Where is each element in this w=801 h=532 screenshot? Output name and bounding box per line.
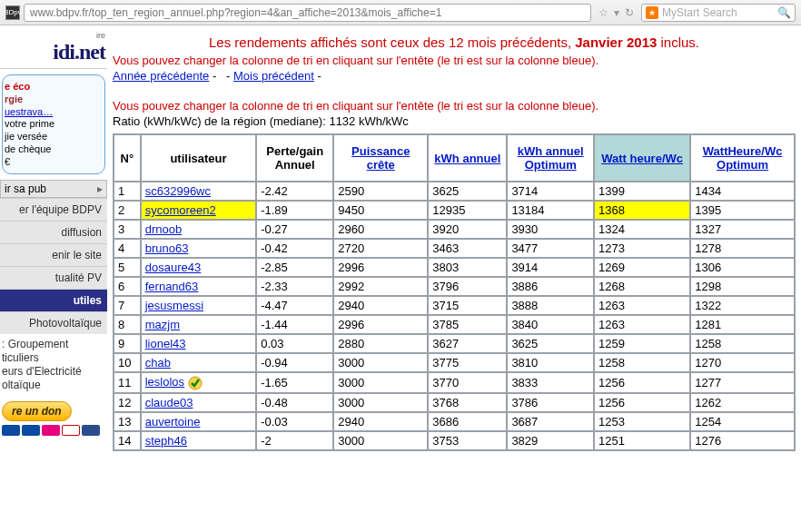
user-link[interactable]: jesusmessi [145,299,203,312]
table-header-row: N° utilisateur Perte/gain Annuel Puissan… [114,134,795,182]
th-kwho[interactable]: kWh annuel Optimum [507,134,594,182]
cell-perte: -0.48 [256,393,333,412]
donate-button[interactable]: re un don [2,401,72,421]
cell-pc: 2940 [333,412,428,431]
promo-line-2: votre prime [5,118,99,131]
sidebar-item-2[interactable]: enir le site [0,243,107,266]
cell-kwho: 3477 [507,239,594,258]
cell-kwh: 3770 [428,372,507,393]
cell-kwho: 3833 [507,372,594,393]
cell-wh: 1269 [594,258,690,277]
user-link[interactable]: chab [145,356,171,369]
promo-more-link[interactable]: uestrava… [5,106,53,117]
cell-who: 1395 [690,201,795,220]
cell-rank: 3 [114,220,141,239]
cell-wh: 1256 [594,393,690,412]
promo-line-4: de chèque [5,143,99,156]
cell-rank: 10 [114,353,141,372]
sidebar-item-0[interactable]: er l'équipe BDPV [0,198,107,221]
cell-kwh: 3753 [428,431,507,450]
cell-pc: 2720 [333,239,428,258]
table-row: 5dosaure43 -2.8529963803391412691306 [114,258,795,277]
user-link[interactable]: mazjm [145,318,180,331]
th-pc[interactable]: Puissance crête [333,134,428,182]
cell-kwh: 12935 [428,201,507,220]
table-row: 10chab -0.9430003775381012581270 [114,353,795,372]
cell-pc: 3000 [333,372,428,393]
table-row: 6fernand63 -2.3329923796388612681298 [114,277,795,296]
cell-user: jesusmessi [141,296,256,315]
th-wh-sorted[interactable]: Watt heure/Wc [594,134,690,182]
table-row: 2sycomoreen2 -1.899450129351318413681395 [114,201,795,220]
user-link[interactable]: auvertoine [145,415,201,429]
prev-year-link[interactable]: Année précédente [113,69,209,83]
th-perte: Perte/gain Annuel [256,134,333,182]
browser-toolbar: BDpv www.bdpv.fr/top_ten_region_annuel.p… [0,0,801,25]
search-box[interactable]: ★ MyStart Search 🔍 [641,4,796,22]
user-link[interactable]: fernand63 [145,280,199,293]
cell-user: leslolos [141,372,256,393]
cell-kwh: 3715 [428,296,507,315]
user-link[interactable]: lionel43 [145,337,186,350]
table-row: 13auvertoine -0.0329403686368712531254 [114,412,795,431]
user-link[interactable]: steph46 [145,434,187,448]
headline: Les rendements affichés sont ceux des 12… [113,34,796,50]
cell-kwh: 3625 [428,182,507,201]
th-kwh[interactable]: kWh annuel [428,134,507,182]
sidebar-item-5[interactable]: Photovoltaïque [0,311,107,334]
cell-perte: -1.89 [256,201,333,220]
cell-pc: 3000 [333,353,428,372]
cell-rank: 1 [114,182,141,201]
table-row: 12claude03 -0.4830003768378612561262 [114,393,795,412]
cell-rank: 12 [114,393,141,412]
user-link[interactable]: drnoob [145,222,182,236]
sidebar-item-4[interactable]: utiles [0,289,107,311]
cell-kwh: 3920 [428,220,507,239]
sidebar-item-1[interactable]: diffusion [0,221,107,243]
logo-text: idi.net [2,40,105,64]
user-link[interactable]: sc632996wc [145,184,211,198]
cell-wh: 1259 [594,334,690,353]
donate-area: re un don [2,401,105,421]
search-icon[interactable]: 🔍 [777,6,791,19]
cell-wh: 1324 [594,220,690,239]
cell-kwho: 3914 [507,258,594,277]
cell-perte: -0.42 [256,239,333,258]
table-row: 8mazjm -1.4429963785384012631281 [114,315,795,334]
user-link[interactable]: sycomoreen2 [145,203,216,217]
cell-pc: 2992 [333,277,428,296]
sidebar-item-3[interactable]: tualité PV [0,266,107,289]
cell-user: mazjm [141,315,256,334]
bookmark-star-icon[interactable]: ☆ [598,6,608,19]
user-link[interactable]: leslolos [145,375,184,389]
cell-kwho: 3810 [507,353,594,372]
sort-info-1: Vous pouvez changer la colonne de tri en… [113,54,796,67]
card-mc-icon [42,425,60,436]
cell-rank: 8 [114,315,141,334]
history-dropdown-icon[interactable]: ▾ [614,6,619,19]
cell-who: 1281 [690,315,795,334]
cell-who: 1322 [690,296,795,315]
pub-link[interactable]: ir sa pub ▸ [0,180,107,198]
reload-icon[interactable]: ↻ [625,6,634,19]
cell-perte: -1.44 [256,315,333,334]
cell-who: 1278 [690,239,795,258]
cell-rank: 7 [114,296,141,315]
cell-pc: 2996 [333,258,428,277]
th-user: utilisateur [141,134,256,182]
cell-kwho: 13184 [507,201,594,220]
cell-wh: 1258 [594,353,690,372]
cell-wh: 1253 [594,412,690,431]
card-cb-icon [2,425,20,436]
site-logo[interactable]: ire idi.net [0,25,107,69]
prev-month-link[interactable]: Mois précédent [233,69,314,83]
user-link[interactable]: dosaure43 [145,261,201,274]
user-link[interactable]: claude03 [145,396,193,409]
cell-perte: -0.94 [256,353,333,372]
th-who[interactable]: WattHeure/Wc Optimum [690,134,795,182]
table-row: 7jesusmessi -4.4729403715388812631322 [114,296,795,315]
user-link[interactable]: bruno63 [145,241,189,255]
url-bar[interactable]: www.bdpv.fr/top_ten_region_annuel.php?re… [24,4,591,22]
cell-who: 1434 [690,182,795,201]
url-bar-icons: ☆ ▾ ↻ [595,6,638,19]
